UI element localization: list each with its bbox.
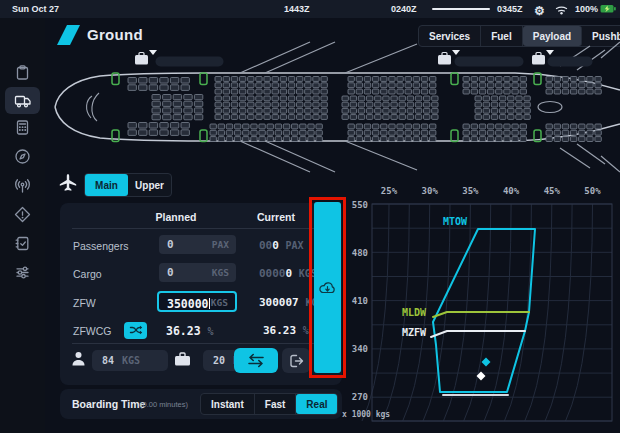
boarding-option-real[interactable]: Real	[296, 394, 337, 414]
svg-text:40%: 40%	[503, 186, 520, 196]
sidebar-item-ground-services[interactable]	[5, 87, 40, 114]
boarding-time-panel: Boarding Time (0.00 minutes) Instant Fas…	[60, 389, 342, 419]
door-marker	[451, 130, 458, 142]
row-label-cargo: Cargo	[73, 268, 102, 280]
column-header-current: Current	[257, 211, 295, 223]
svg-text:340: 340	[352, 344, 368, 354]
sidebar-item-settings[interactable]	[5, 259, 40, 286]
ground-truck-icon	[14, 92, 32, 109]
divider	[72, 228, 330, 229]
settings-gear-icon[interactable]: ⚙	[534, 4, 545, 18]
shuffle-icon	[129, 324, 143, 337]
sidebar-item-calculator[interactable]	[5, 114, 40, 141]
passengers-planned-input[interactable]: 0 PAX	[159, 235, 236, 254]
passengers-current-value: 000 PAX	[259, 239, 304, 252]
randomize-cg-button[interactable]	[124, 322, 147, 339]
cg-envelope-chart: 25%30%35%40%45%50%550480410340270x 1000 …	[340, 178, 620, 433]
svg-text:50%: 50%	[584, 186, 601, 196]
warning-diamond-icon	[14, 206, 31, 223]
swap-arrows-icon	[246, 353, 266, 368]
svg-text:25%: 25%	[381, 186, 398, 196]
deck-tab-upper[interactable]: Upper	[128, 174, 171, 196]
checklist-book-icon	[14, 235, 31, 252]
export-button[interactable]	[282, 348, 310, 373]
sidebar-item-clipboard[interactable]	[5, 59, 40, 86]
calculator-icon	[14, 119, 31, 136]
column-header-planned: Planned	[156, 211, 197, 223]
export-icon	[288, 353, 305, 369]
baggage-icon	[174, 352, 191, 366]
import-progress-bar[interactable]	[314, 202, 341, 373]
svg-text:35%: 35%	[462, 186, 479, 196]
boarding-option-fast[interactable]: Fast	[255, 394, 297, 414]
deck-selector: Main Upper	[84, 173, 172, 197]
utc-clock: 1443Z	[284, 4, 310, 14]
battery-charging-icon	[600, 4, 617, 14]
sidebar-item-compass[interactable]	[5, 143, 40, 170]
door-marker	[200, 130, 207, 142]
cargo-planned-input[interactable]: 0 KGS	[159, 263, 236, 282]
sidebar-item-checklist[interactable]	[5, 230, 40, 257]
efb-screen: Sun Oct 27 1443Z 0240Z 0345Z ⚙ 100%	[0, 0, 620, 433]
zfw-planned-input[interactable]: 350000 KGS	[157, 291, 237, 312]
svg-text:MZFW: MZFW	[402, 327, 427, 338]
boarding-option-instant[interactable]: Instant	[201, 394, 255, 414]
compass-icon	[14, 148, 31, 165]
status-date: Sun Oct 27	[12, 4, 59, 14]
door-marker	[451, 73, 458, 85]
row-label-passengers: Passengers	[73, 240, 128, 252]
airplane-icon	[59, 174, 77, 193]
svg-text:45%: 45%	[544, 186, 561, 196]
cargo-hold-selector-2[interactable]	[438, 50, 524, 67]
svg-text:270: 270	[352, 392, 368, 402]
wifi-icon	[555, 4, 568, 15]
svg-text:550: 550	[352, 200, 368, 210]
sidebar-item-alerts[interactable]	[5, 201, 40, 228]
seat-map[interactable]	[45, 40, 620, 175]
zfwcg-current-value: 36.23 %	[263, 324, 309, 337]
radio-antenna-icon	[14, 177, 31, 194]
payload-panel: Planned Current Passengers 0 PAX 000 PAX…	[60, 203, 342, 385]
boarding-time-note: (0.00 minutes)	[140, 400, 188, 409]
boarding-time-label: Boarding Time	[72, 398, 145, 410]
status-bar: Sun Oct 27 1443Z 0240Z 0345Z ⚙ 100%	[0, 0, 620, 18]
leg-end-time: 0345Z	[497, 4, 523, 14]
text-cursor	[209, 298, 211, 309]
settings-sliders-icon	[14, 264, 31, 281]
cargo-hold-selector-3[interactable]	[532, 50, 593, 67]
svg-text:480: 480	[352, 248, 368, 258]
zfwcg-planned-value: 36.23 %	[166, 324, 214, 338]
cargo-current-value: 00000 KGS	[259, 267, 317, 280]
sidebar-nav	[0, 18, 45, 433]
cloud-download-icon	[318, 280, 337, 296]
deck-tab-main[interactable]: Main	[85, 174, 128, 196]
svg-text:410: 410	[352, 296, 368, 306]
svg-text:30%: 30%	[422, 186, 439, 196]
svg-text:MLDW: MLDW	[402, 307, 427, 318]
flight-progress-bar	[432, 8, 490, 10]
passenger-icon	[71, 351, 86, 366]
svg-text:MTOW: MTOW	[443, 216, 468, 227]
swap-planned-current-button[interactable]	[234, 348, 278, 373]
row-label-zfw: ZFW	[73, 297, 96, 309]
divider	[72, 343, 330, 344]
boarding-speed-selector: Instant Fast Real	[200, 393, 338, 415]
pax-weight-input[interactable]: 84 KGS	[92, 350, 168, 371]
clipboard-icon	[14, 64, 31, 81]
door-marker	[200, 73, 207, 85]
cargo-hold-selector-1[interactable]	[135, 50, 224, 67]
leg-start-time: 0240Z	[391, 4, 417, 14]
battery-percent: 100%	[575, 4, 598, 14]
sidebar-item-radio[interactable]	[5, 172, 40, 199]
svg-text:x 1000 kgs: x 1000 kgs	[342, 410, 390, 419]
row-label-zfwcg: ZFWCG	[73, 325, 112, 337]
